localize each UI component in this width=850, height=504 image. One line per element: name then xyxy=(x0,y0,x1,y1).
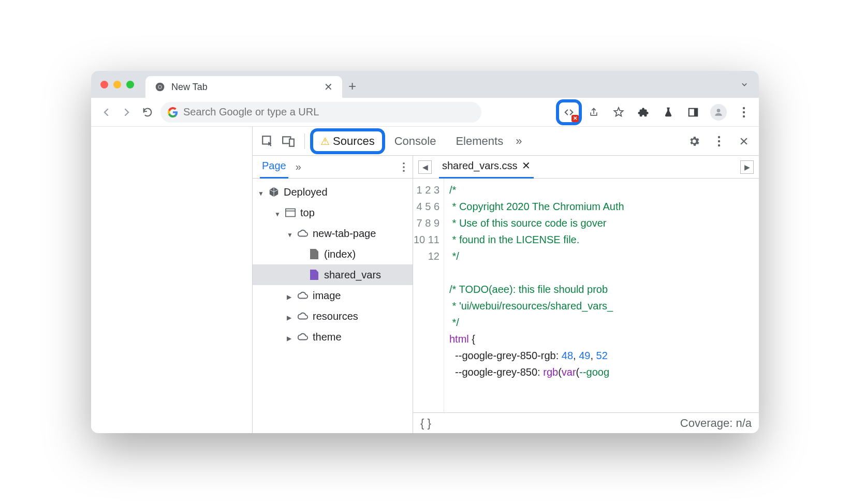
close-file-icon[interactable]: ✕ xyxy=(522,159,531,172)
more-tabs-icon[interactable]: » xyxy=(516,135,522,148)
bookmark-star-icon[interactable] xyxy=(611,105,626,120)
cloud-icon xyxy=(297,228,309,239)
close-window-button[interactable] xyxy=(100,81,108,88)
content-area: ⚠ Sources Console Elements » Page » xyxy=(91,127,759,433)
sources-sidebar: Page » Deployed top new-tab-page (index)… xyxy=(253,156,413,433)
tab-console-label: Console xyxy=(394,135,436,148)
tree-row-deployed[interactable]: Deployed xyxy=(253,182,413,202)
tree-label: shared_vars xyxy=(324,269,381,281)
share-icon[interactable] xyxy=(586,105,602,120)
coverage-status: Coverage: n/a xyxy=(680,417,752,430)
svg-point-16 xyxy=(403,166,405,168)
frame-icon xyxy=(285,207,296,218)
code-editor[interactable]: 1 2 3 4 5 6 7 8 9 10 11 12 /* * Copyrigh… xyxy=(413,179,759,412)
svg-point-7 xyxy=(743,111,745,113)
svg-point-15 xyxy=(403,162,405,164)
new-tab-button[interactable]: + xyxy=(348,78,356,94)
window-controls xyxy=(100,81,134,88)
devtools-menu-icon[interactable] xyxy=(711,134,727,149)
browser-window: New Tab ✕ + ✕ xyxy=(91,71,759,433)
sidebar-more-tabs-icon[interactable]: » xyxy=(296,161,301,173)
tab-elements-label: Elements xyxy=(456,135,503,148)
tree-row-theme[interactable]: theme xyxy=(253,327,413,347)
google-logo-icon xyxy=(168,107,178,117)
tree-label: top xyxy=(300,207,315,219)
browser-tab[interactable]: New Tab ✕ xyxy=(145,76,342,98)
sidebar-menu-icon[interactable] xyxy=(402,162,405,172)
forward-button[interactable] xyxy=(119,105,135,120)
tab-console[interactable]: Console xyxy=(387,131,444,151)
cloud-icon xyxy=(297,310,309,322)
code-content: /* * Copyright 2020 The Chromium Auth * … xyxy=(444,179,629,412)
svg-point-17 xyxy=(403,170,405,172)
file-tree: Deployed top new-tab-page (index) shared… xyxy=(253,179,413,433)
tab-title: New Tab xyxy=(171,82,208,93)
tree-row-new-tab-page[interactable]: new-tab-page xyxy=(253,223,413,244)
line-gutter: 1 2 3 4 5 6 7 8 9 10 11 12 xyxy=(413,179,444,412)
css-file-icon xyxy=(309,269,320,280)
nav-left-icon[interactable]: ◀ xyxy=(418,160,432,174)
tree-label: image xyxy=(313,290,341,302)
svg-point-14 xyxy=(718,144,720,146)
code-pane: ◀ shared_vars.css ✕ ▶ 1 2 3 4 5 6 7 8 9 … xyxy=(413,156,759,433)
profile-avatar[interactable] xyxy=(710,104,727,121)
tab-elements[interactable]: Elements xyxy=(448,131,510,151)
svg-rect-18 xyxy=(286,209,295,217)
toolbar: ✕ xyxy=(91,98,759,127)
devtools-body: Page » Deployed top new-tab-page (index)… xyxy=(253,156,759,433)
chrome-favicon xyxy=(155,82,165,92)
tree-row-index[interactable]: (index) xyxy=(253,244,413,264)
svg-point-8 xyxy=(743,115,745,117)
cloud-icon xyxy=(297,331,309,343)
svg-point-12 xyxy=(718,136,720,138)
tree-row-shared-vars[interactable]: shared_vars xyxy=(253,264,413,285)
tree-row-top[interactable]: top xyxy=(253,202,413,223)
sidebar-header: Page » xyxy=(253,156,413,179)
page-viewport xyxy=(91,127,253,433)
labs-flask-icon[interactable] xyxy=(661,105,676,120)
chrome-menu-icon[interactable] xyxy=(736,105,752,120)
file-tab-label: shared_vars.css xyxy=(442,160,518,172)
cube-icon xyxy=(268,186,280,198)
search-input[interactable] xyxy=(183,106,474,118)
back-button[interactable] xyxy=(98,105,114,120)
devtools-tab-bar: ⚠ Sources Console Elements » xyxy=(253,127,759,156)
tree-label: new-tab-page xyxy=(313,228,376,240)
svg-point-6 xyxy=(743,107,745,109)
devtools-error-indicator[interactable]: ✕ xyxy=(561,105,577,120)
editor-footer: { } Coverage: n/a xyxy=(413,412,759,433)
file-tab[interactable]: shared_vars.css ✕ xyxy=(439,155,534,179)
tree-label: (index) xyxy=(324,248,356,260)
maximize-window-button[interactable] xyxy=(126,81,134,88)
tab-strip: New Tab ✕ + xyxy=(91,71,759,98)
svg-point-5 xyxy=(717,109,721,112)
pretty-print-icon[interactable]: { } xyxy=(420,417,431,430)
tab-sources[interactable]: ⚠ Sources xyxy=(313,131,382,151)
tree-label: resources xyxy=(313,310,358,322)
side-panel-icon[interactable] xyxy=(685,105,701,120)
extensions-puzzle-icon[interactable] xyxy=(636,105,651,120)
svg-point-2 xyxy=(158,85,161,88)
device-toggle-icon[interactable] xyxy=(281,134,296,149)
devtools-settings-gear-icon[interactable] xyxy=(686,134,702,149)
file-icon xyxy=(309,248,320,260)
address-bar[interactable] xyxy=(160,102,481,123)
cloud-icon xyxy=(297,290,309,301)
window-tabs-menu-icon[interactable] xyxy=(739,79,750,90)
svg-rect-11 xyxy=(289,139,294,146)
sidebar-tab-page[interactable]: Page xyxy=(260,156,288,179)
tree-label: theme xyxy=(313,331,342,343)
devtools-close-icon[interactable] xyxy=(736,134,752,149)
code-tab-bar: ◀ shared_vars.css ✕ ▶ xyxy=(413,156,759,179)
nav-right-icon[interactable]: ▶ xyxy=(740,160,754,174)
tree-row-image[interactable]: image xyxy=(253,285,413,306)
devtools-panel: ⚠ Sources Console Elements » Page » xyxy=(253,127,759,433)
svg-point-13 xyxy=(718,140,720,142)
minimize-window-button[interactable] xyxy=(113,81,121,88)
close-tab-icon[interactable]: ✕ xyxy=(324,81,333,93)
inspect-element-icon[interactable] xyxy=(260,134,275,149)
reload-button[interactable] xyxy=(140,105,155,120)
tree-row-resources[interactable]: resources xyxy=(253,306,413,327)
svg-rect-4 xyxy=(694,108,697,116)
tree-label: Deployed xyxy=(284,186,328,198)
